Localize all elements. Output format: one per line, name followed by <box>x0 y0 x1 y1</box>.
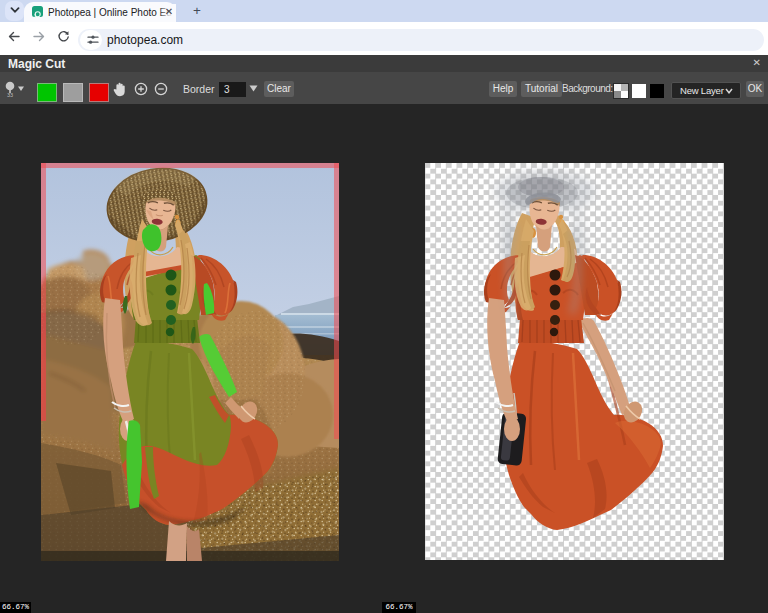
svg-text:33: 33 <box>7 92 13 98</box>
